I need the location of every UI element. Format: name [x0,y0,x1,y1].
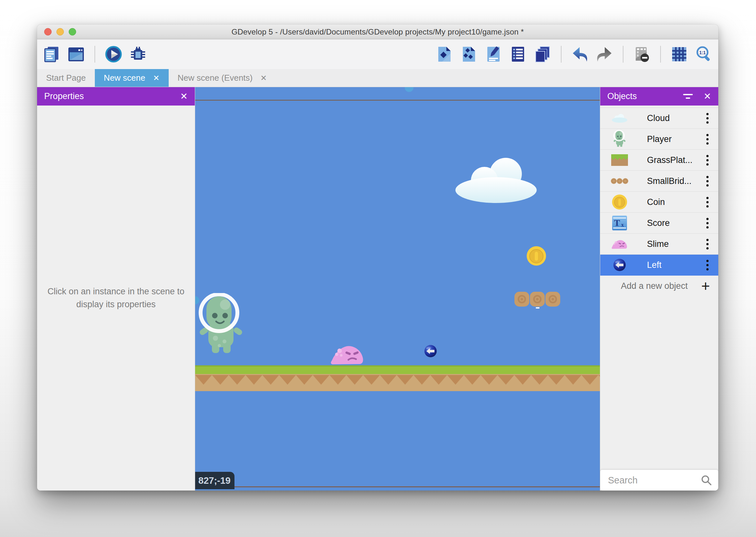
object-name: Slime [647,239,669,249]
toolbar-right-group: 1:1 [435,45,713,63]
text-object-icon: T x [610,214,629,232]
object-menu-button[interactable] [705,259,710,272]
object-menu-button[interactable] [705,154,710,167]
tab-bar: Start Page New scene ✕ New scene (Events… [37,69,718,87]
object-name: Left [647,260,662,270]
search-icon [701,475,712,486]
object-row-cloud[interactable]: Cloud [600,108,718,129]
tab-label: Start Page [46,73,86,83]
redo-icon [596,46,613,63]
properties-panel-header: Properties ✕ [37,87,195,105]
objects-list: Cloud [600,107,718,296]
cloud-instance[interactable] [455,157,537,204]
properties-empty-message: Click on an instance in the scene to dis… [47,285,185,310]
objects-panel-button[interactable] [435,45,454,63]
properties-panel: Properties ✕ Click on an instance in the… [37,87,195,490]
coin-icon [610,193,629,211]
object-menu-button[interactable] [705,237,710,251]
objects-search-input[interactable] [600,475,691,486]
open-scene-window-button[interactable] [67,45,86,63]
render-mask-icon [633,46,651,63]
plus-icon: + [701,278,710,293]
object-row-coin[interactable]: Coin [600,192,718,213]
object-name: Coin [647,197,665,207]
render-options-button[interactable] [632,45,651,63]
object-row-slime[interactable]: Slime [600,234,718,255]
project-manager-button[interactable] [42,45,61,63]
preview-play-button[interactable] [104,45,123,63]
toolbar-separator [623,46,624,62]
layers-panel-button[interactable] [533,45,552,63]
player-icon [610,130,629,148]
grid-button[interactable] [670,45,689,63]
gdevelop-window: GDevelop 5 - /Users/david/Documents/GDev… [37,24,718,490]
svg-text:T: T [614,218,620,228]
titlebar: GDevelop 5 - /Users/david/Documents/GDev… [37,24,718,39]
properties-panel-title: Properties [44,91,84,101]
zoom-window-button[interactable] [69,28,76,35]
object-row-score[interactable]: T x Score [600,213,718,234]
object-name: SmallBrid... [647,176,692,186]
tab-new-scene-events[interactable]: New scene (Events) ✕ [169,69,276,87]
project-manager-icon [43,46,60,63]
undo-button[interactable] [571,45,589,63]
events-sheet-button[interactable] [509,45,527,63]
coin-instance[interactable] [526,246,547,266]
object-menu-button[interactable] [705,112,710,125]
svg-text:1:1: 1:1 [699,50,706,55]
toolbar-separator [660,46,661,62]
object-name: GrassPlat... [647,155,693,165]
properties-edit-icon [485,46,502,63]
window-title: GDevelop 5 - /Users/david/Documents/GDev… [232,27,524,36]
object-menu-button[interactable] [705,133,710,146]
close-window-button[interactable] [44,28,52,35]
add-new-object-label: Add a new object [621,281,688,291]
object-menu-button[interactable] [705,195,710,209]
svg-text:x: x [621,222,624,227]
player-instance[interactable] [197,293,245,357]
object-row-grassplatform[interactable]: GrassPlat... [600,150,718,171]
close-properties-icon[interactable]: ✕ [180,91,188,102]
object-menu-button[interactable] [705,217,710,230]
objects-search [600,470,718,490]
tab-label: New scene (Events) [178,73,253,83]
objects-panel-icon [436,46,453,63]
minimize-window-button[interactable] [57,28,64,35]
left-arrow-sphere-icon [610,256,629,274]
scene-bottom-border-line [195,486,600,487]
toolbar-left-group [42,45,147,63]
toolbar: 1:1 [37,39,718,69]
scene-top-border-line [195,100,600,101]
scene-properties-button[interactable] [484,45,503,63]
object-name: Cloud [647,113,670,123]
objects-panel: Objects ✕ Cloud [600,87,718,490]
small-bridge-instance[interactable] [514,292,561,309]
instances-list-button[interactable] [460,45,478,63]
tab-start-page[interactable]: Start Page [37,69,95,87]
grass-platform-instance[interactable] [195,365,600,391]
cursor-coordinates-badge: 827;-19 [195,472,235,489]
zoom-original-button[interactable]: 1:1 [695,45,713,63]
redo-button[interactable] [595,45,614,63]
objects-panel-title: Objects [607,91,637,101]
object-row-left[interactable]: Left [600,255,718,275]
filter-objects-button[interactable] [683,94,693,99]
object-row-player[interactable]: Player [600,129,718,150]
cloud-icon [610,109,629,127]
slime-instance[interactable] [331,344,364,365]
close-tab-icon[interactable]: ✕ [153,74,159,83]
close-tab-icon[interactable]: ✕ [260,74,267,83]
close-objects-icon[interactable]: ✕ [704,91,711,102]
bug-icon [129,46,147,63]
debug-button[interactable] [129,45,147,63]
left-button-instance[interactable] [424,345,437,357]
object-menu-button[interactable] [705,175,710,188]
grid-icon [670,46,688,63]
add-new-object-button[interactable]: Add a new object + [600,275,718,296]
scene-canvas[interactable]: 827;-19 [195,87,600,490]
objects-panel-header: Objects ✕ [600,87,718,105]
tab-new-scene[interactable]: New scene ✕ [95,69,169,87]
object-row-smallbridge[interactable]: SmallBrid... [600,171,718,192]
tab-label: New scene [104,73,145,83]
object-name: Player [647,134,672,144]
